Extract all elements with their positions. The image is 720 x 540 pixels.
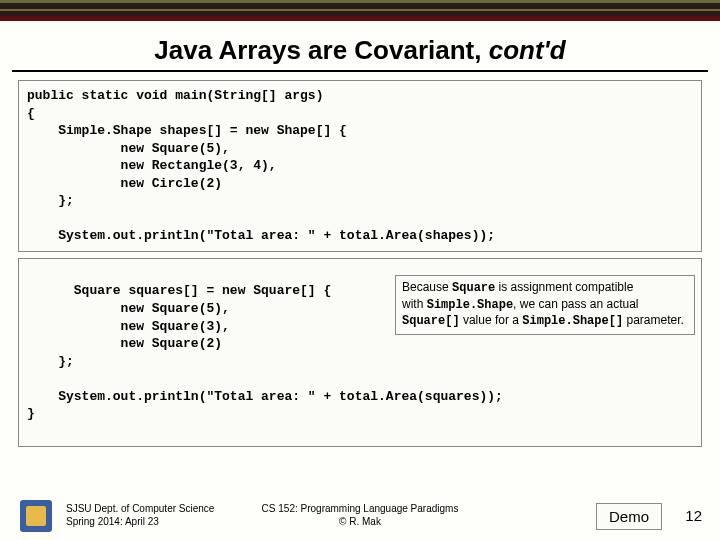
code-block-2: Square squares[] = new Square[] { new Sq… <box>18 258 702 447</box>
demo-label: Demo <box>596 503 662 530</box>
callout-line-1: Because Square is assignment compatible <box>402 280 688 297</box>
code-block-1: public static void main(String[] args) {… <box>18 80 702 252</box>
footer: SJSU Dept. of Computer Science Spring 20… <box>0 486 720 534</box>
page-number: 12 <box>685 507 702 524</box>
decorative-stripes <box>0 0 720 21</box>
title-main: Java Arrays are Covariant, <box>154 35 488 65</box>
title-tail: cont'd <box>489 35 566 65</box>
callout-box: Because Square is assignment compatible … <box>395 275 695 335</box>
title-underline <box>12 70 708 72</box>
slide-title: Java Arrays are Covariant, cont'd <box>0 21 720 70</box>
callout-line-3: Square[] value for a Simple.Shape[] para… <box>402 313 688 330</box>
callout-line-2: with Simple.Shape, we can pass an actual <box>402 297 688 314</box>
